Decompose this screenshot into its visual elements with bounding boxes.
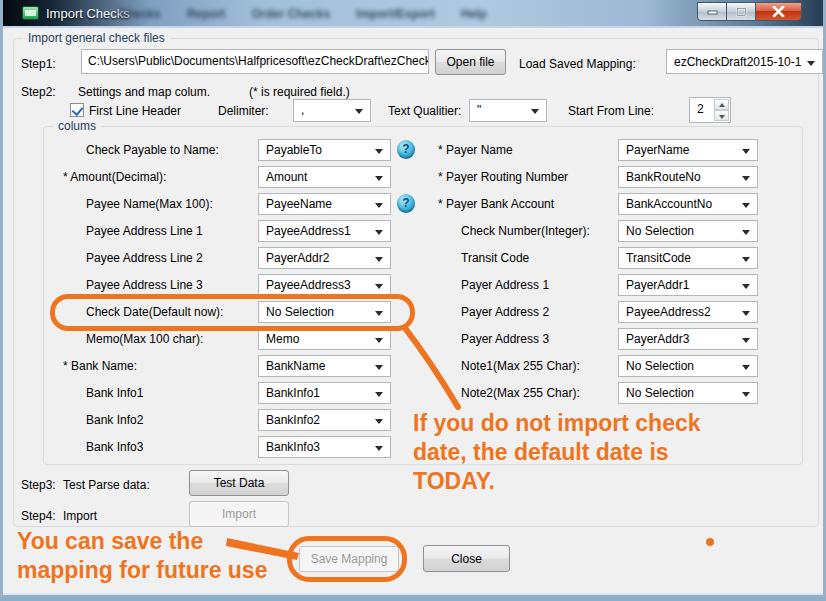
chevron-down-icon: [807, 61, 815, 66]
maximize-icon: [736, 7, 747, 17]
chevron-down-icon: [742, 284, 750, 289]
close-window-button[interactable]: [756, 2, 802, 21]
mapping-dropdown-value: Amount: [266, 170, 372, 184]
field-label: Payer Address 1: [461, 278, 549, 292]
title-bar: Import Checks Checks Report Order Checks…: [0, 0, 826, 28]
first-line-header-checkbox[interactable]: [70, 103, 84, 117]
mapping-dropdown[interactable]: BankInfo1: [258, 382, 391, 404]
help-icon[interactable]: ?: [397, 194, 415, 213]
right-mapping-column: * Payer NamePayerName* Payer Routing Num…: [438, 139, 768, 409]
mapping-dropdown[interactable]: BankAccountNo: [618, 193, 758, 215]
background-menu-bar: Checks Report Order Checks Import/Export…: [118, 7, 487, 21]
menu-item-report[interactable]: Report: [187, 7, 226, 21]
mapping-dropdown[interactable]: PayeeAddress3: [258, 274, 391, 296]
delimiter-dropdown[interactable]: ,: [293, 99, 371, 122]
field-row: Check Date(Default now):No Selection: [63, 301, 423, 323]
saved-mapping-value: ezCheckDraft2015-10-1: [674, 55, 804, 69]
mapping-dropdown[interactable]: PayerAddr1: [618, 274, 758, 296]
load-saved-mapping-label: Load Saved Mapping:: [519, 57, 636, 71]
minimize-button[interactable]: [697, 2, 727, 21]
mapping-dropdown[interactable]: PayeeAddress1: [258, 220, 391, 242]
left-mapping-column: Check Payable to Name:PayableTo?* Amount…: [63, 139, 423, 463]
chevron-down-icon: [531, 109, 539, 114]
mapping-dropdown-value: PayerAddr3: [626, 332, 739, 346]
test-data-button[interactable]: Test Data: [189, 470, 289, 496]
import-checks-window: Import Checks Checks Report Order Checks…: [0, 0, 826, 601]
mapping-dropdown-value: BankAccountNo: [626, 197, 739, 211]
chevron-down-icon: [375, 446, 383, 451]
chevron-down-icon: [375, 419, 383, 424]
mapping-dropdown[interactable]: PayerName: [618, 139, 758, 161]
field-label: Bank Info1: [86, 386, 143, 400]
spin-up-icon[interactable]: [714, 99, 729, 110]
mapping-dropdown[interactable]: PayableTo: [258, 139, 391, 161]
close-button[interactable]: Close: [423, 545, 510, 572]
import-label: Import: [63, 509, 97, 523]
chevron-down-icon: [742, 176, 750, 181]
saved-mapping-dropdown[interactable]: ezCheckDraft2015-10-1: [666, 49, 823, 74]
field-row: Check Number(Integer):No Selection: [438, 220, 768, 242]
mapping-dropdown[interactable]: No Selection: [618, 382, 758, 404]
mapping-dropdown-value: BankInfo1: [266, 386, 372, 400]
field-label: * Payer Routing Number: [438, 170, 568, 184]
mapping-dropdown[interactable]: PayerAddr2: [258, 247, 391, 269]
chevron-down-icon: [375, 392, 383, 397]
orange-dot: [706, 538, 714, 546]
field-label: Payee Address Line 2: [86, 251, 203, 265]
field-row: * Amount(Decimal):Amount: [63, 166, 423, 188]
start-from-line-value: 2: [697, 102, 704, 116]
mapping-dropdown[interactable]: No Selection: [258, 301, 391, 323]
mapping-dropdown[interactable]: BankInfo3: [258, 436, 391, 458]
field-row: Note2(Max 255 Char):No Selection: [438, 382, 768, 404]
mapping-dropdown-value: No Selection: [626, 224, 739, 238]
chevron-down-icon: [742, 230, 750, 235]
mapping-dropdown[interactable]: Memo: [258, 328, 391, 350]
import-button[interactable]: Import: [189, 501, 289, 527]
mapping-dropdown[interactable]: PayeeName: [258, 193, 391, 215]
field-label: Note1(Max 255 Char):: [461, 359, 580, 373]
step1-label: Step1:: [21, 57, 56, 71]
chevron-down-icon: [375, 284, 383, 289]
mapping-dropdown[interactable]: TransitCode: [618, 247, 758, 269]
mapping-dropdown[interactable]: No Selection: [618, 220, 758, 242]
chevron-down-icon: [375, 311, 383, 316]
mapping-dropdown[interactable]: PayeeAddress2: [618, 301, 758, 323]
chevron-down-icon: [375, 365, 383, 370]
menu-item-order-checks[interactable]: Order Checks: [251, 7, 330, 21]
field-row: Payee Address Line 2PayerAddr2: [63, 247, 423, 269]
field-row: Check Payable to Name:PayableTo?: [63, 139, 423, 161]
delimiter-value: ,: [301, 103, 352, 117]
mapping-dropdown[interactable]: No Selection: [618, 355, 758, 377]
field-row: Payee Address Line 1PayeeAddress1: [63, 220, 423, 242]
menu-item-import-export[interactable]: Import/Export: [356, 7, 435, 21]
menu-item-checks[interactable]: Checks: [118, 7, 161, 21]
start-from-line-stepper[interactable]: 2: [689, 97, 731, 123]
help-icon[interactable]: ?: [397, 140, 415, 159]
file-path-input[interactable]: C:\Users\Public\Documents\Halfpricesoft\…: [81, 49, 429, 74]
maximize-button[interactable]: [727, 2, 756, 21]
field-label: Payee Name(Max 100):: [86, 197, 213, 211]
field-label: * Payer Bank Account: [438, 197, 554, 211]
required-field-note: (* is required field.): [249, 85, 350, 99]
chevron-down-icon: [742, 392, 750, 397]
mapping-dropdown-value: No Selection: [626, 359, 739, 373]
columns-group-label: colums: [53, 119, 101, 133]
mapping-dropdown-value: No Selection: [626, 386, 739, 400]
text-qualifier-dropdown[interactable]: ": [469, 99, 547, 122]
mapping-dropdown[interactable]: BankName: [258, 355, 391, 377]
start-from-line-label: Start From Line:: [568, 104, 654, 118]
menu-item-help[interactable]: Help: [461, 7, 487, 21]
mapping-dropdown-value: PayerAddr2: [266, 251, 372, 265]
mapping-dropdown[interactable]: BankInfo2: [258, 409, 391, 431]
open-file-button[interactable]: Open file: [435, 49, 506, 75]
mapping-dropdown[interactable]: PayerAddr3: [618, 328, 758, 350]
field-label: Note2(Max 255 Char):: [461, 386, 580, 400]
text-qualifier-value: ": [477, 103, 528, 117]
save-mapping-button[interactable]: Save Mapping: [299, 546, 399, 572]
mapping-dropdown[interactable]: BankRouteNo: [618, 166, 758, 188]
spin-down-icon[interactable]: [714, 110, 729, 121]
test-parse-label: Test Parse data:: [63, 478, 150, 492]
mapping-dropdown[interactable]: Amount: [258, 166, 391, 188]
field-row: Payer Address 1PayerAddr1: [438, 274, 768, 296]
minimize-icon: [707, 7, 718, 16]
